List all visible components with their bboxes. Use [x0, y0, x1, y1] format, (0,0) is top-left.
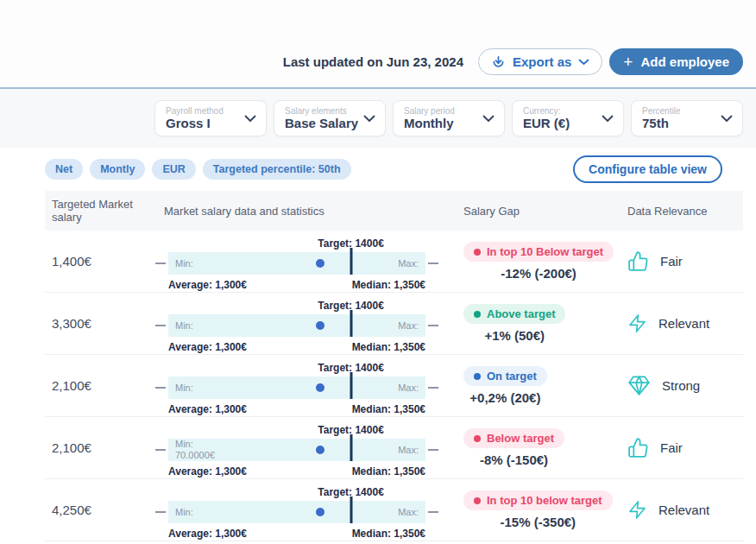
table-header-row: Targeted Market salary Market salary dat… [45, 191, 743, 231]
market-dot [316, 383, 324, 392]
targeted-salary-value: 4,250€ [52, 503, 91, 517]
column-header-targeted-market-salary: Targeted Market salary [45, 198, 155, 224]
table-row[interactable]: 4,250€ Target: 1400€ Min: Max: [45, 479, 743, 541]
dropdown-value: Gross I [166, 116, 224, 130]
range-whisker-left [155, 325, 166, 326]
chevron-down-icon [482, 115, 495, 123]
percentile-dropdown[interactable]: Percentile 75th [631, 100, 743, 136]
salary-elements-dropdown[interactable]: Salary elements Base Salary [274, 100, 386, 136]
average-label: Average: 1,300€ [168, 403, 247, 415]
filter-bar: Payroll method Gross I Salary elements B… [0, 89, 756, 148]
targeted-salary-cell: 4,250€ [45, 503, 155, 518]
filter-chip-eur[interactable]: EUR [152, 159, 195, 180]
salary-range-bar: Min: Max: [168, 501, 425, 523]
lightning-icon [627, 313, 647, 334]
salary-gap-value: +0,2% (20€) [469, 390, 540, 405]
median-label: Median: 1,350€ [352, 528, 425, 540]
average-label: Average: 1,300€ [168, 528, 247, 540]
targeted-salary-cell: 2,100€ [45, 378, 155, 394]
dropdown-value: EUR (€) [523, 116, 570, 130]
salary-range-bar: Min: Max: [168, 376, 425, 399]
currency-dropdown[interactable]: Currency: EUR (€) [512, 100, 624, 136]
configure-table-view-button[interactable]: Configure table view [573, 155, 722, 183]
dropdown-label: Payroll method [166, 106, 224, 116]
data-relevance-label: Strong [662, 378, 700, 393]
data-relevance-cell: Strong [604, 375, 743, 396]
salary-table: Targeted Market salary Market salary dat… [45, 191, 743, 541]
payroll-method-dropdown[interactable]: Payroll method Gross I [154, 100, 267, 136]
column-header-data-relevance: Data Relevance [604, 205, 743, 218]
salary-gap-value: +1% (50€) [484, 328, 545, 343]
market-dot [316, 508, 324, 516]
dropdown-value: Base Salary [285, 116, 358, 130]
average-label: Average: 1,300€ [168, 341, 247, 353]
salary-gap-badge-label: Below target [487, 432, 554, 445]
data-relevance-label: Fair [660, 440, 683, 455]
dropdown-label: Salary elements [285, 106, 358, 116]
table-row[interactable]: 1,400€ Target: 1400€ Min: Max: [45, 231, 743, 293]
status-dot [474, 311, 481, 318]
range-whisker-left [155, 511, 166, 513]
max-label: Max: [398, 258, 419, 269]
filter-chip-targeted-percentile[interactable]: Targeted percentile: 50th [203, 159, 351, 180]
median-label: Median: 1,350€ [352, 341, 425, 353]
dropdown-value: Monthly [404, 116, 455, 130]
target-line [350, 434, 352, 461]
chevron-down-icon [721, 115, 733, 123]
dropdown-value: 75th [642, 116, 680, 130]
salary-gap-cell: Above target +1% (50€) [449, 304, 604, 343]
dropdown-label: Currency: [523, 106, 570, 116]
top-bar: Last updated on Jun 23, 2024 Export as +… [0, 0, 756, 89]
salary-gap-cell: In top 10 below target -15% (-350€) [449, 490, 604, 529]
min-label: Min: [175, 383, 193, 394]
table-row[interactable]: 2,100€ Target: 1400€ Min: 70.0000€ Max: [45, 417, 743, 479]
median-label: Median: 1,350€ [352, 279, 425, 291]
salary-gap-badge: Below target [463, 428, 564, 448]
salary-gap-value: -12% (-200€) [501, 266, 576, 281]
range-whisker-right [428, 263, 438, 264]
table-row[interactable]: 2,100€ Target: 1400€ Min: Max: [45, 355, 743, 417]
salary-gap-badge-label: In top 10 below target [487, 494, 602, 507]
targeted-salary-value: 2,100€ [52, 440, 91, 455]
market-dot [316, 259, 324, 268]
filter-chip-monthly[interactable]: Montly [90, 159, 145, 180]
salary-gap-badge: On target [463, 366, 547, 386]
targeted-salary-cell: 1,400€ [45, 254, 155, 269]
dropdown-label: Salary period [404, 106, 455, 116]
min-sub: 70.0000€ [175, 450, 215, 461]
market-data-cell: Target: 1400€ Min: Max: Average: 1,300€ … [155, 231, 449, 291]
range-whisker-left [155, 387, 166, 389]
salary-range-bar: Min: 70.0000€ Max: [168, 439, 425, 461]
max-label: Max: [398, 383, 419, 394]
range-whisker-right [428, 387, 438, 389]
export-button[interactable]: Export as [478, 48, 602, 75]
average-label: Average: 1,300€ [168, 279, 247, 291]
download-icon [491, 54, 506, 69]
target-line [350, 248, 352, 275]
salary-period-dropdown[interactable]: Salary period Monthly [393, 100, 505, 136]
target-line [350, 310, 352, 337]
market-data-cell: Target: 1400€ Min: Max: Average: 1,300€ … [155, 356, 449, 415]
data-relevance-cell: Relevant [604, 499, 743, 521]
average-label: Average: 1,300€ [168, 465, 247, 478]
targeted-salary-value: 3,300€ [52, 316, 91, 331]
salary-gap-cell: Below target -8% (-150€) [449, 428, 604, 467]
range-whisker-right [428, 325, 438, 326]
export-button-label: Export as [513, 54, 571, 69]
targeted-salary-cell: 3,300€ [45, 316, 155, 332]
max-label: Max: [398, 320, 419, 332]
table-body: 1,400€ Target: 1400€ Min: Max: [45, 231, 743, 541]
market-data-cell: Target: 1400€ Min: 70.0000€ Max: Average… [155, 418, 449, 478]
chevron-down-icon [602, 115, 614, 123]
add-employee-button[interactable]: + Add employee [609, 48, 743, 75]
salary-gap-cell: On target +0,2% (20€) [449, 366, 604, 405]
data-relevance-label: Relevant [658, 503, 709, 517]
salary-gap-badge: In top 10 Below target [463, 242, 614, 262]
market-dot [316, 446, 324, 454]
filter-chip-net[interactable]: Net [45, 159, 83, 180]
data-relevance-cell: Relevant [604, 313, 743, 334]
salary-gap-badge: Above target [463, 304, 565, 324]
data-relevance-label: Relevant [658, 316, 709, 331]
salary-range-bar: Min: Max: [168, 314, 425, 337]
table-row[interactable]: 3,300€ Target: 1400€ Min: Max: [45, 293, 743, 355]
